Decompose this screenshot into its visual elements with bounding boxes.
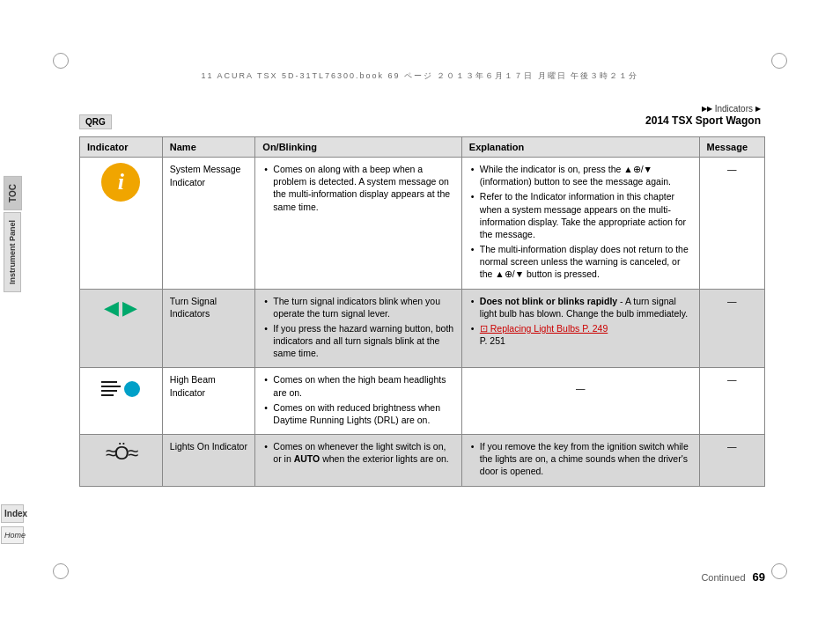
info-icon: i [101, 163, 140, 202]
sidebar-item-home[interactable]: Home [1, 526, 24, 544]
explanation-system: While the indicator is on, press the ▲⊕/… [461, 158, 699, 290]
col-header-indicator: Indicator [80, 137, 163, 158]
indicator-name-system: System Message Indicator [162, 158, 255, 290]
explanation-lights-on: If you remove the key from the ignition … [461, 435, 699, 487]
col-header-message: Message [699, 137, 764, 158]
arrow-left-icon: ◀ [104, 295, 119, 322]
indicator-name-lights-on: Lights On Indicator [162, 435, 255, 487]
table-row: High Beam Indicator Comes on when the hi… [80, 368, 765, 435]
indicator-icon-system: i [80, 158, 163, 290]
on-blinking-turn-signal: The turn signal indicators blink when yo… [255, 289, 462, 368]
beam-line-2 [101, 386, 121, 387]
page-title: 2014 TSX Sport Wagon [645, 114, 761, 127]
lights-icon-symbol: ≈Ö≈ [106, 440, 136, 467]
breadcrumb-arrow-1: ▶▶ [702, 105, 712, 113]
col-header-name: Name [162, 137, 255, 158]
main-content: Indicator Name On/Blinking Explanation M… [79, 136, 765, 570]
explanation-high-beam: — [461, 368, 699, 435]
on-blinking-system: Comes on along with a beep when a proble… [255, 158, 462, 290]
corner-mark-tr [771, 53, 787, 69]
corner-mark-bl [53, 563, 69, 579]
breadcrumb: ▶▶ Indicators ▶ [702, 104, 761, 114]
corner-mark-br [771, 563, 787, 579]
page-number: 69 [753, 570, 765, 584]
indicator-name-turn-signal: Turn Signal Indicators [162, 289, 255, 368]
qrg-badge: QRG [79, 114, 112, 129]
indicator-table: Indicator Name On/Blinking Explanation M… [79, 136, 765, 487]
print-header: 11 ACURA TSX 5D-31TL76300.book 69 ページ ２０… [106, 70, 734, 82]
indicator-icon-turn-signal: ◀ ▶ [80, 289, 163, 368]
corner-mark-tl [53, 53, 69, 69]
sidebar-item-instrument[interactable]: Instrument Panel [4, 212, 21, 292]
col-header-on-blinking: On/Blinking [255, 137, 462, 158]
col-header-explanation: Explanation [461, 137, 699, 158]
sidebar-bottom: Index Home [0, 504, 25, 544]
beam-line-3 [101, 390, 117, 392]
message-lights-on: — [699, 435, 764, 487]
arrow-right-icon: ▶ [122, 295, 137, 322]
lights-on-icon: ≈Ö≈ [106, 440, 136, 467]
explanation-turn-signal: Does not blink or blinks rapidly - A tur… [461, 289, 699, 368]
beam-line-1 [101, 381, 117, 383]
high-beam-icon [101, 381, 140, 397]
table-row: ≈Ö≈ Lights On Indicator Comes on wheneve… [80, 435, 765, 487]
table-row: i System Message Indicator Comes on alon… [80, 158, 765, 290]
continued-label: Continued [701, 572, 745, 583]
breadcrumb-label: Indicators [715, 104, 753, 114]
beam-circle [124, 381, 140, 397]
message-system: — [699, 158, 764, 290]
page-footer: Continued 69 [79, 570, 765, 584]
sidebar: TOC Instrument Panel [0, 176, 25, 294]
beam-lines [101, 381, 121, 396]
breadcrumb-arrow-2: ▶ [755, 105, 761, 113]
indicator-icon-lights-on: ≈Ö≈ [80, 435, 163, 487]
sidebar-item-index[interactable]: Index [1, 504, 24, 523]
on-blinking-lights-on: Comes on whenever the light switch is on… [255, 435, 462, 487]
sidebar-item-toc[interactable]: TOC [4, 176, 22, 210]
message-high-beam: — [699, 368, 764, 435]
table-row: ◀ ▶ Turn Signal Indicators The turn sign… [80, 289, 765, 368]
indicator-name-high-beam: High Beam Indicator [162, 368, 255, 435]
on-blinking-high-beam: Comes on when the high beam headlights a… [255, 368, 462, 435]
indicator-icon-high-beam [80, 368, 163, 435]
turn-signal-icon: ◀ ▶ [104, 295, 137, 322]
message-turn-signal: — [699, 289, 764, 368]
beam-line-4 [101, 394, 114, 396]
